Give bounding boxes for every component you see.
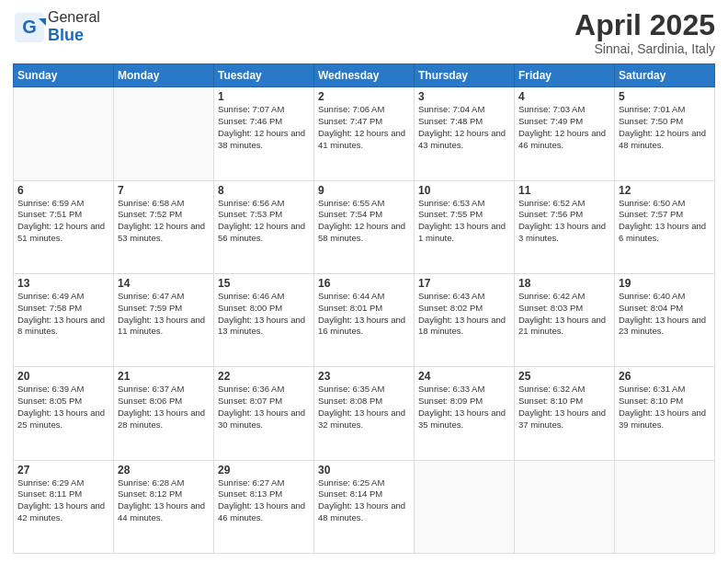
day-number: 23 bbox=[318, 370, 410, 383]
calendar-cell: 16Sunrise: 6:44 AMSunset: 8:01 PMDayligh… bbox=[314, 273, 415, 366]
sun-info: Sunrise: 6:47 AMSunset: 7:59 PMDaylight:… bbox=[118, 291, 210, 338]
sun-info: Sunrise: 6:40 AMSunset: 8:04 PMDaylight:… bbox=[619, 291, 711, 338]
sun-info: Sunrise: 6:37 AMSunset: 8:06 PMDaylight:… bbox=[118, 384, 210, 431]
calendar-cell: 25Sunrise: 6:32 AMSunset: 8:10 PMDayligh… bbox=[515, 367, 615, 460]
sun-info: Sunrise: 7:06 AMSunset: 7:47 PMDaylight:… bbox=[318, 104, 410, 151]
logo-icon: G bbox=[13, 11, 46, 44]
day-number: 11 bbox=[518, 184, 610, 197]
calendar-cell: 26Sunrise: 6:31 AMSunset: 8:10 PMDayligh… bbox=[615, 367, 715, 460]
day-number: 16 bbox=[318, 277, 410, 290]
sun-info: Sunrise: 6:52 AMSunset: 7:56 PMDaylight:… bbox=[518, 198, 610, 245]
calendar-cell: 14Sunrise: 6:47 AMSunset: 7:59 PMDayligh… bbox=[114, 273, 214, 366]
calendar-cell: 2Sunrise: 7:06 AMSunset: 7:47 PMDaylight… bbox=[314, 87, 415, 180]
calendar-cell: 10Sunrise: 6:53 AMSunset: 7:55 PMDayligh… bbox=[415, 180, 515, 273]
day-number: 5 bbox=[619, 90, 711, 103]
calendar-cell: 17Sunrise: 6:43 AMSunset: 8:02 PMDayligh… bbox=[415, 273, 515, 366]
day-number: 15 bbox=[218, 277, 310, 290]
day-number: 4 bbox=[518, 90, 610, 103]
sun-info: Sunrise: 6:56 AMSunset: 7:53 PMDaylight:… bbox=[218, 198, 310, 245]
sun-info: Sunrise: 6:50 AMSunset: 7:57 PMDaylight:… bbox=[619, 198, 711, 245]
calendar-table: SundayMondayTuesdayWednesdayThursdayFrid… bbox=[13, 63, 715, 554]
day-number: 13 bbox=[17, 277, 109, 290]
calendar-cell: 19Sunrise: 6:40 AMSunset: 8:04 PMDayligh… bbox=[615, 273, 715, 366]
header: G General Blue April 2025 Sinnai, Sardin… bbox=[13, 9, 715, 56]
day-number: 19 bbox=[619, 277, 711, 290]
calendar-week-5: 27Sunrise: 6:29 AMSunset: 8:11 PMDayligh… bbox=[14, 460, 715, 553]
calendar-cell: 23Sunrise: 6:35 AMSunset: 8:08 PMDayligh… bbox=[314, 367, 415, 460]
sun-info: Sunrise: 7:07 AMSunset: 7:46 PMDaylight:… bbox=[218, 104, 310, 151]
sun-info: Sunrise: 6:46 AMSunset: 8:00 PMDaylight:… bbox=[218, 291, 310, 338]
day-number: 24 bbox=[418, 370, 510, 383]
calendar-cell: 3Sunrise: 7:04 AMSunset: 7:48 PMDaylight… bbox=[415, 87, 515, 180]
day-number: 26 bbox=[619, 370, 711, 383]
month-title: April 2025 bbox=[574, 9, 715, 41]
day-number: 7 bbox=[118, 184, 210, 197]
weekday-header-tuesday: Tuesday bbox=[214, 64, 314, 87]
page: G General Blue April 2025 Sinnai, Sardin… bbox=[0, 0, 728, 563]
sun-info: Sunrise: 6:58 AMSunset: 7:52 PMDaylight:… bbox=[118, 198, 210, 245]
weekday-header-thursday: Thursday bbox=[415, 64, 515, 87]
weekday-header-row: SundayMondayTuesdayWednesdayThursdayFrid… bbox=[14, 64, 715, 87]
sun-info: Sunrise: 7:03 AMSunset: 7:49 PMDaylight:… bbox=[518, 104, 610, 151]
logo-general-text: General bbox=[48, 9, 100, 25]
location: Sinnai, Sardinia, Italy bbox=[574, 41, 715, 56]
calendar-cell: 22Sunrise: 6:36 AMSunset: 8:07 PMDayligh… bbox=[214, 367, 314, 460]
day-number: 9 bbox=[318, 184, 410, 197]
calendar-cell: 8Sunrise: 6:56 AMSunset: 7:53 PMDaylight… bbox=[214, 180, 314, 273]
calendar-cell: 12Sunrise: 6:50 AMSunset: 7:57 PMDayligh… bbox=[615, 180, 715, 273]
calendar-cell bbox=[114, 87, 214, 180]
calendar-cell: 13Sunrise: 6:49 AMSunset: 7:58 PMDayligh… bbox=[14, 273, 114, 366]
calendar-cell bbox=[615, 460, 715, 553]
sun-info: Sunrise: 6:36 AMSunset: 8:07 PMDaylight:… bbox=[218, 384, 310, 431]
calendar-cell bbox=[515, 460, 615, 553]
calendar-cell: 11Sunrise: 6:52 AMSunset: 7:56 PMDayligh… bbox=[515, 180, 615, 273]
sun-info: Sunrise: 6:53 AMSunset: 7:55 PMDaylight:… bbox=[418, 198, 510, 245]
sun-info: Sunrise: 6:42 AMSunset: 8:03 PMDaylight:… bbox=[518, 291, 610, 338]
calendar-cell: 6Sunrise: 6:59 AMSunset: 7:51 PMDaylight… bbox=[14, 180, 114, 273]
day-number: 8 bbox=[218, 184, 310, 197]
sun-info: Sunrise: 6:43 AMSunset: 8:02 PMDaylight:… bbox=[418, 291, 510, 338]
sun-info: Sunrise: 6:35 AMSunset: 8:08 PMDaylight:… bbox=[318, 384, 410, 431]
sun-info: Sunrise: 7:01 AMSunset: 7:50 PMDaylight:… bbox=[619, 104, 711, 151]
day-number: 12 bbox=[619, 184, 711, 197]
sun-info: Sunrise: 6:44 AMSunset: 8:01 PMDaylight:… bbox=[318, 291, 410, 338]
calendar-cell: 24Sunrise: 6:33 AMSunset: 8:09 PMDayligh… bbox=[415, 367, 515, 460]
day-number: 28 bbox=[118, 464, 210, 477]
title-block: April 2025 Sinnai, Sardinia, Italy bbox=[574, 9, 715, 56]
weekday-header-sunday: Sunday bbox=[14, 64, 114, 87]
logo: G General Blue bbox=[13, 9, 100, 45]
day-number: 21 bbox=[118, 370, 210, 383]
sun-info: Sunrise: 6:59 AMSunset: 7:51 PMDaylight:… bbox=[17, 198, 109, 245]
sun-info: Sunrise: 6:39 AMSunset: 8:05 PMDaylight:… bbox=[17, 384, 109, 431]
sun-info: Sunrise: 6:27 AMSunset: 8:13 PMDaylight:… bbox=[218, 477, 310, 524]
sun-info: Sunrise: 6:29 AMSunset: 8:11 PMDaylight:… bbox=[17, 477, 109, 524]
sun-info: Sunrise: 7:04 AMSunset: 7:48 PMDaylight:… bbox=[418, 104, 510, 151]
calendar-week-2: 6Sunrise: 6:59 AMSunset: 7:51 PMDaylight… bbox=[14, 180, 715, 273]
day-number: 14 bbox=[118, 277, 210, 290]
calendar-cell: 18Sunrise: 6:42 AMSunset: 8:03 PMDayligh… bbox=[515, 273, 615, 366]
day-number: 25 bbox=[518, 370, 610, 383]
sun-info: Sunrise: 6:49 AMSunset: 7:58 PMDaylight:… bbox=[17, 291, 109, 338]
calendar-week-3: 13Sunrise: 6:49 AMSunset: 7:58 PMDayligh… bbox=[14, 273, 715, 366]
calendar-cell bbox=[415, 460, 515, 553]
weekday-header-wednesday: Wednesday bbox=[314, 64, 415, 87]
day-number: 2 bbox=[318, 90, 410, 103]
calendar-cell: 7Sunrise: 6:58 AMSunset: 7:52 PMDaylight… bbox=[114, 180, 214, 273]
day-number: 6 bbox=[17, 184, 109, 197]
weekday-header-monday: Monday bbox=[114, 64, 214, 87]
day-number: 20 bbox=[17, 370, 109, 383]
sun-info: Sunrise: 6:28 AMSunset: 8:12 PMDaylight:… bbox=[118, 477, 210, 524]
calendar-cell bbox=[14, 87, 114, 180]
day-number: 17 bbox=[418, 277, 510, 290]
calendar-cell: 4Sunrise: 7:03 AMSunset: 7:49 PMDaylight… bbox=[515, 87, 615, 180]
svg-text:G: G bbox=[22, 17, 37, 37]
calendar-cell: 29Sunrise: 6:27 AMSunset: 8:13 PMDayligh… bbox=[214, 460, 314, 553]
calendar-cell: 9Sunrise: 6:55 AMSunset: 7:54 PMDaylight… bbox=[314, 180, 415, 273]
sun-info: Sunrise: 6:31 AMSunset: 8:10 PMDaylight:… bbox=[619, 384, 711, 431]
calendar-cell: 30Sunrise: 6:25 AMSunset: 8:14 PMDayligh… bbox=[314, 460, 415, 553]
calendar-cell: 21Sunrise: 6:37 AMSunset: 8:06 PMDayligh… bbox=[114, 367, 214, 460]
calendar-cell: 27Sunrise: 6:29 AMSunset: 8:11 PMDayligh… bbox=[14, 460, 114, 553]
calendar-cell: 20Sunrise: 6:39 AMSunset: 8:05 PMDayligh… bbox=[14, 367, 114, 460]
day-number: 22 bbox=[218, 370, 310, 383]
calendar-cell: 1Sunrise: 7:07 AMSunset: 7:46 PMDaylight… bbox=[214, 87, 314, 180]
